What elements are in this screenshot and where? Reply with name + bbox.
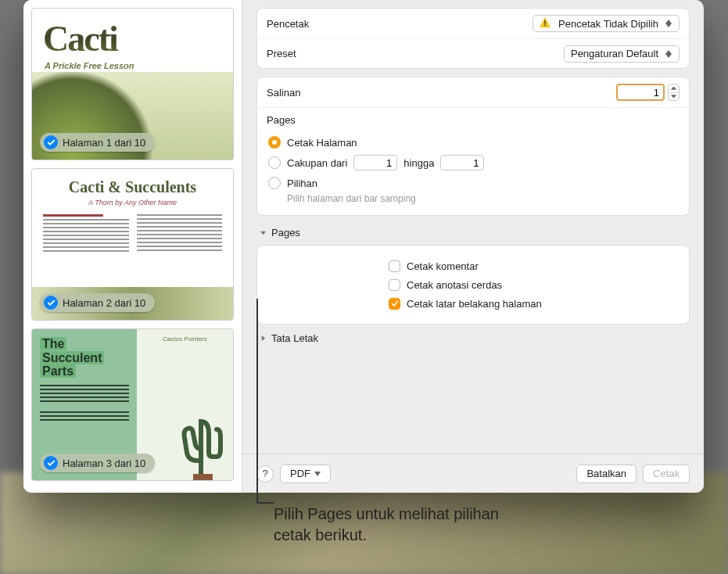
page-selected-check-icon[interactable] [44, 456, 58, 470]
pages-section-header[interactable]: Pages [256, 224, 690, 242]
callout-caption: Pilih Pages untuk melihat pilihan cetak … [274, 504, 524, 546]
page-label: Halaman 2 dari 10 [63, 297, 145, 309]
stepper-down-icon[interactable] [669, 92, 679, 101]
print-button[interactable]: Cetak [643, 465, 690, 483]
radio-range-label: Cakupan dari [287, 157, 347, 169]
warning-icon [540, 17, 550, 30]
preset-popup[interactable]: Pengaturan Default [564, 45, 680, 63]
dialog-footer: ? PDF Batalkan Cetak [242, 454, 704, 493]
printer-value: Pencetak Tidak Dipilih [558, 18, 658, 30]
disclosure-triangle-open-icon [260, 229, 267, 236]
page-thumbnail[interactable]: Cacti A Prickle Free Lesson Halaman 1 da… [31, 8, 234, 160]
cancel-button[interactable]: Batalkan [576, 465, 637, 483]
checkbox-print-background-label: Cetak latar belakang halaman [407, 298, 542, 310]
pages-section-title: Pages [271, 227, 300, 239]
layout-section-title: Tata Letak [271, 332, 318, 344]
checkbox-print-comments[interactable] [389, 260, 400, 272]
page-selected-check-icon[interactable] [44, 135, 58, 149]
thumb3-right-header: Cactus Pointers [143, 335, 227, 343]
svg-rect-1 [544, 20, 546, 24]
range-from-input[interactable] [353, 155, 397, 170]
copies-stepper[interactable] [668, 84, 680, 101]
page-thumbnail[interactable]: Cacti & Succulents A Thorn by Any Other … [31, 168, 234, 321]
thumb2-subtitle: A Thorn by Any Other Name [32, 199, 233, 206]
chevron-down-icon [314, 472, 321, 476]
pages-heading: Pages [267, 114, 680, 126]
checkbox-print-comments-label: Cetak komentar [407, 260, 479, 272]
thumb1-subtitle: A Prickle Free Lesson [45, 61, 233, 70]
print-button-label: Cetak [653, 468, 680, 479]
preset-label: Preset [267, 48, 296, 59]
page-selected-check-icon[interactable] [44, 296, 58, 310]
svg-rect-0 [193, 474, 213, 480]
radio-selection-label: Pilihan [287, 178, 317, 189]
copies-input[interactable] [616, 84, 665, 101]
copies-label: Salinan [267, 87, 300, 99]
pdf-button-label: PDF [290, 468, 310, 479]
preview-sidebar[interactable]: Cacti A Prickle Free Lesson Halaman 1 da… [23, 0, 242, 493]
callout-leader-line [256, 299, 258, 504]
selection-hint: Pilih halaman dari bar samping [287, 193, 680, 204]
stepper-up-icon[interactable] [669, 84, 679, 92]
thumb2-title: Cacti & Succulents [32, 178, 233, 196]
checkbox-smart-annotations-label: Cetak anotasi cerdas [407, 279, 502, 291]
page-badge[interactable]: Halaman 3 dari 10 [40, 454, 155, 472]
preset-value: Pengaturan Default [571, 48, 658, 59]
page-thumbnail[interactable]: TheSucculentParts Cactus Pointers [31, 328, 234, 481]
svg-rect-2 [544, 25, 546, 27]
checkbox-print-background[interactable] [389, 298, 400, 310]
print-dialog: Cacti A Prickle Free Lesson Halaman 1 da… [23, 0, 704, 493]
range-mid-label: hingga [403, 157, 434, 169]
checkbox-smart-annotations[interactable] [389, 279, 400, 291]
thumb3-title: TheSucculentParts [40, 337, 129, 378]
thumb1-title: Cacti [43, 18, 233, 59]
radio-range[interactable] [268, 156, 281, 169]
page-label: Halaman 1 dari 10 [63, 137, 145, 149]
radio-print-all[interactable] [268, 136, 281, 149]
range-to-input[interactable] [440, 155, 484, 170]
radio-print-all-label: Cetak Halaman [287, 137, 357, 149]
pdf-menu-button[interactable]: PDF [280, 465, 331, 483]
help-button[interactable]: ? [256, 465, 274, 483]
page-badge[interactable]: Halaman 2 dari 10 [40, 293, 155, 312]
disclosure-triangle-closed-icon [260, 335, 267, 342]
printer-label: Pencetak [267, 18, 309, 30]
page-badge[interactable]: Halaman 1 dari 10 [40, 133, 155, 152]
updown-chevron-icon [663, 50, 674, 58]
printer-popup[interactable]: Pencetak Tidak Dipilih [533, 15, 680, 32]
cancel-button-label: Batalkan [586, 468, 626, 479]
page-label: Halaman 3 dari 10 [63, 457, 145, 469]
layout-section-header[interactable]: Tata Letak [256, 329, 690, 347]
radio-selection[interactable] [268, 177, 281, 189]
updown-chevron-icon [663, 20, 674, 27]
